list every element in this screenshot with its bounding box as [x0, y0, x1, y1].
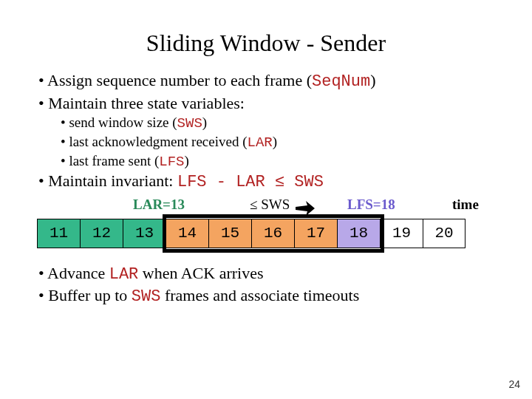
- seq-cell: 11: [37, 219, 80, 248]
- bullet-4: Advance LAR when ACK arrives: [52, 263, 510, 286]
- arrow-icon: [296, 201, 315, 216]
- lar-label: LAR=13: [133, 197, 185, 213]
- seq-cell: 14: [166, 219, 208, 248]
- bullet-list-2: Advance LAR when ACK arrives Buffer up t…: [22, 263, 510, 308]
- sub-2-a: last acknowledgment received (: [69, 134, 247, 149]
- sub-1-a: send window size (: [69, 115, 177, 130]
- lfs-code: LFS: [159, 154, 184, 170]
- bullet-1-text-a: Assign sequence number to each frame (: [47, 71, 312, 89]
- sub-bullet-2: last acknowledgment received (LAR): [74, 133, 510, 152]
- bullet-2: Maintain three state variables:: [52, 93, 510, 115]
- bullet-3: Maintain invariant: LFS - LAR ≤ SWS: [52, 171, 510, 194]
- seq-cell: 13: [123, 219, 166, 248]
- bullet-list: Assign sequence number to each frame (Se…: [22, 70, 510, 194]
- sub-bullet-1: send window size (SWS): [74, 114, 510, 133]
- sub-3-b: ): [185, 153, 189, 168]
- lar-code: LAR: [248, 134, 273, 151]
- sliding-window-diagram: LAR=13 ≤ SWS LFS=18 time 11 12 13 14 15 …: [22, 197, 510, 254]
- lfs-label: LFS=18: [347, 197, 395, 213]
- sub-2-b: ): [273, 134, 277, 149]
- seq-cell: 19: [380, 219, 423, 248]
- seqnum-code: SeqNum: [312, 72, 370, 91]
- bullet-1: Assign sequence number to each frame (Se…: [52, 70, 510, 93]
- seq-cell: 17: [294, 219, 337, 248]
- sub-3-a: last frame sent (: [69, 153, 159, 168]
- seq-cell: 20: [423, 219, 466, 248]
- page-title: Sliding Window - Sender: [22, 30, 510, 57]
- page-number: 24: [508, 378, 520, 390]
- bullet-4-b: when ACK arrives: [138, 264, 263, 282]
- sws-code-2: SWS: [132, 287, 161, 306]
- seq-cell-tail: [466, 219, 508, 248]
- bullet-5: Buffer up to SWS frames and associate ti…: [52, 285, 510, 308]
- sws-label: ≤ SWS: [250, 197, 290, 213]
- bullet-5-a: Buffer up to: [48, 286, 132, 304]
- sub-1-b: ): [202, 115, 207, 130]
- lar-code-2: LAR: [109, 265, 139, 284]
- bullet-1-text-b: ): [370, 71, 375, 89]
- invariant-code: LFS - LAR ≤ SWS: [177, 173, 324, 191]
- bullet-5-b: frames and associate timeouts: [160, 286, 359, 304]
- bullet-4-a: Advance: [47, 264, 109, 282]
- seq-cell: 12: [80, 219, 123, 248]
- sws-code: SWS: [177, 115, 202, 132]
- sequence-cells: 11 12 13 14 15 16 17 18 19 20: [37, 219, 508, 248]
- sub-bullet-3: last frame sent (LFS): [74, 152, 510, 171]
- time-label: time: [452, 197, 479, 213]
- seq-cell: 16: [251, 219, 294, 248]
- seq-cell: 15: [208, 219, 251, 248]
- seq-cell: 18: [337, 219, 380, 248]
- bullet-3-a: Maintain invariant:: [48, 171, 177, 190]
